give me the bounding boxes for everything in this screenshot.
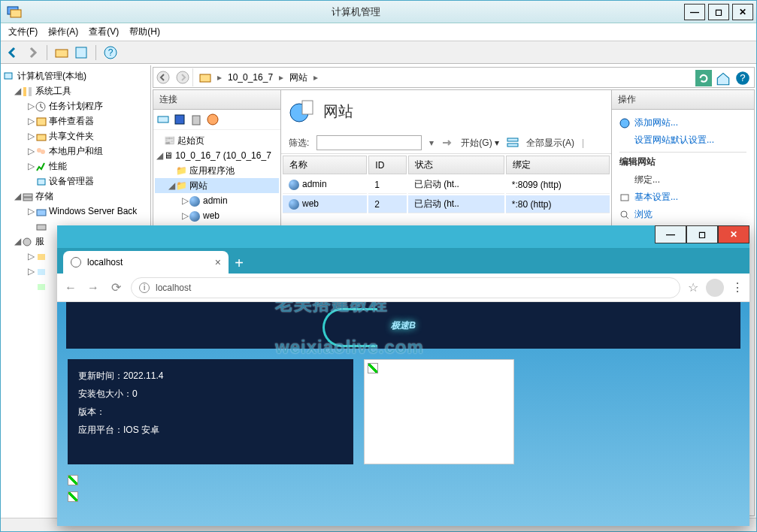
browser-titlebar[interactable]: — ◻ ✕ [57, 225, 749, 248]
broken-image-icon [368, 363, 378, 373]
connections-tree[interactable]: 📰 起始页 ◢🖥 10_0_16_7 (10_0_16_7 📁 应用程序池 ◢📁… [153, 130, 280, 226]
iis-back-button[interactable] [153, 68, 173, 86]
conn-connect-icon[interactable] [156, 113, 170, 126]
svg-rect-16 [23, 198, 32, 201]
back-icon[interactable]: ← [63, 281, 78, 295]
conn-save-icon[interactable] [173, 113, 186, 126]
conn-site-admin[interactable]: ▷admin [155, 193, 279, 208]
tree-root[interactable]: 计算机管理(本地) [2, 68, 149, 83]
conn-site-web[interactable]: ▷web [155, 208, 279, 223]
action-basic-settings[interactable]: 基本设置... [619, 189, 746, 206]
site-info-icon[interactable]: i [139, 283, 150, 293]
crumb-sites[interactable]: 网站 [286, 71, 310, 84]
connections-toolbar [153, 110, 280, 130]
action-edit-site-header: 编辑网站 [619, 152, 746, 171]
iis-refresh-icon[interactable] [695, 70, 712, 85]
new-tab-button[interactable]: + [229, 252, 250, 274]
back-icon[interactable] [5, 45, 20, 60]
iis-home-icon[interactable] [715, 70, 731, 85]
svg-text:?: ? [740, 72, 745, 83]
conn-start-page[interactable]: 📰 起始页 [155, 133, 279, 148]
browser-window: — ◻ ✕ localhost × + ← → ⟳ i localhost ☆ … [57, 225, 749, 526]
iis-breadcrumb[interactable]: ▸ 10_0_16_7 ▸ 网站 ▸ [192, 68, 692, 86]
tree-performance[interactable]: ▷性能 [2, 159, 149, 174]
tree-shared-folders[interactable]: ▷共享文件夹 [2, 128, 149, 144]
window-title: 计算机管理 [332, 5, 380, 19]
menu-icon[interactable]: ⋮ [731, 280, 743, 295]
help-icon[interactable]: ? [103, 45, 118, 60]
folder-up-icon[interactable] [54, 45, 69, 60]
svg-rect-21 [38, 269, 45, 275]
go-icon[interactable] [441, 137, 453, 149]
svg-point-23 [157, 71, 169, 83]
menu-view[interactable]: 查看(V) [89, 26, 119, 38]
tree-wsb[interactable]: ▷Windows Server Back [2, 204, 149, 219]
bookmark-icon[interactable]: ☆ [688, 280, 698, 295]
browser-viewport[interactable]: 老吴搭建教程 weixiaolive.com 极速B 更新时间：2022.11.… [57, 302, 749, 526]
sites-title: 网站 [323, 101, 353, 122]
profile-avatar[interactable] [706, 279, 724, 297]
filter-input[interactable] [316, 135, 422, 150]
conn-sites[interactable]: ◢📁 网站 [155, 178, 279, 193]
svg-rect-2 [56, 50, 68, 57]
menu-file[interactable]: 文件(F) [8, 26, 38, 38]
svg-point-39 [621, 211, 627, 217]
action-bindings[interactable]: 绑定... [619, 171, 746, 189]
svg-rect-18 [37, 225, 46, 230]
tree-local-users[interactable]: ▷本地用户和组 [2, 144, 149, 159]
browser-tabbar: localhost × + [57, 248, 749, 274]
browser-close-button[interactable]: ✕ [718, 225, 749, 243]
app-icon [5, 3, 23, 21]
action-add-site[interactable]: 添加网站... [619, 114, 746, 131]
forward-icon[interactable] [25, 45, 40, 60]
browser-minimize-button[interactable]: — [655, 225, 686, 243]
svg-text:?: ? [108, 47, 114, 58]
forward-icon[interactable]: → [86, 281, 101, 295]
titlebar[interactable]: 计算机管理 — ◻ ✕ [1, 1, 756, 23]
folder-icon [196, 72, 214, 83]
iis-help-icon[interactable]: ? [734, 70, 751, 85]
menu-action[interactable]: 操作(A) [48, 26, 78, 38]
tree-device-manager[interactable]: 设备管理器 [2, 174, 149, 189]
showall-link[interactable]: 全部显示(A) [526, 137, 574, 150]
col-name[interactable]: 名称 [283, 156, 367, 174]
tab-close-icon[interactable]: × [215, 256, 221, 268]
action-site-defaults[interactable]: 设置网站默认设置... [619, 131, 746, 149]
browser-maximize-button[interactable]: ◻ [686, 225, 718, 243]
svg-rect-3 [76, 47, 86, 58]
menu-help[interactable]: 帮助(H) [129, 26, 160, 38]
tree-event-viewer[interactable]: ▷事件查看器 [2, 113, 149, 128]
conn-host[interactable]: ◢🖥 10_0_16_7 (10_0_16_7 [155, 148, 279, 163]
properties-icon[interactable] [74, 45, 89, 60]
svg-rect-1 [11, 10, 21, 17]
tree-task-scheduler[interactable]: ▷任务计划程序 [2, 98, 149, 113]
start-link[interactable]: 开始(G) ▾ [461, 137, 499, 150]
maximize-button[interactable]: ◻ [708, 4, 729, 20]
conn-delete-icon[interactable] [189, 113, 203, 126]
table-row[interactable]: admin 1 已启动 (ht.. *:8099 (http) [283, 176, 610, 194]
reload-icon[interactable]: ⟳ [108, 280, 123, 295]
action-browse[interactable]: 浏览 [619, 206, 746, 223]
minimize-button[interactable]: — [684, 4, 705, 20]
conn-apppools[interactable]: 📁 应用程序池 [155, 163, 279, 178]
browser-tab[interactable]: localhost × [63, 251, 229, 274]
crumb-host[interactable]: 10_0_16_7 [225, 72, 276, 83]
table-row[interactable]: web 2 已启动 (ht.. *:80 (http) [283, 195, 610, 213]
tree-system-tools[interactable]: ◢系统工具 [2, 83, 149, 98]
col-state[interactable]: 状态 [408, 156, 504, 174]
svg-rect-34 [302, 101, 313, 114]
sites-table[interactable]: 名称 ID 状态 绑定 admin 1 已启动 (ht.. *:8099 (ht… [281, 154, 611, 215]
sites-icon [289, 98, 316, 125]
close-button[interactable]: ✕ [732, 4, 753, 20]
svg-point-13 [41, 150, 45, 154]
iis-forward-button[interactable] [173, 68, 192, 86]
col-id[interactable]: ID [368, 156, 407, 174]
svg-rect-22 [38, 284, 45, 290]
filter-label: 筛选: [289, 137, 309, 150]
url-text: localhost [156, 283, 191, 293]
tree-storage[interactable]: ◢存储 [2, 189, 149, 204]
conn-stop-icon[interactable] [206, 113, 220, 126]
svg-rect-25 [200, 74, 210, 82]
address-bar[interactable]: i localhost [131, 277, 680, 298]
col-binding[interactable]: 绑定 [506, 156, 610, 174]
